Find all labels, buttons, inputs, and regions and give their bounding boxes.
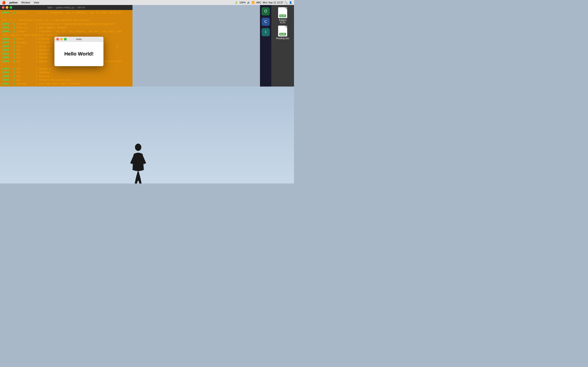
close-button[interactable]	[2, 6, 5, 9]
terminal-line: [INFO ] [GL ] Texture	[1, 75, 131, 78]
file-type-label-reading: XLSX	[279, 33, 286, 36]
datetime: Mon Sep 21 13:37	[263, 1, 283, 4]
terminal-titlebar: lab0 — python hello2.py — 80×24	[0, 5, 132, 10]
sidebar-icon-3[interactable]: I	[261, 28, 270, 36]
desktop-icons-area: XLSX SubjectXLSX XLSX Reading.xlsx	[271, 5, 294, 87]
file-name-subject: SubjectXLSX	[279, 19, 286, 24]
hello-window-controls	[56, 38, 67, 41]
minimize-button[interactable]	[6, 6, 9, 9]
file-type-label: XLSX	[279, 15, 286, 17]
user-avatar[interactable]: 👤	[289, 1, 292, 4]
svg-point-0	[135, 144, 141, 151]
terminal-line: [INFO ] [GL ] Shading	[1, 71, 131, 75]
sidebar-icon-2[interactable]: C	[261, 18, 270, 26]
hello-close-button[interactable]	[56, 38, 59, 41]
maximize-button[interactable]	[9, 6, 12, 9]
hello-content: Hello World!	[54, 42, 104, 66]
terminal-line: [INFO ] [Factory ] 184 symbols loaded	[1, 26, 131, 30]
terminal-line: [INFO ] [Python ] Interpreter at "/Appli…	[1, 22, 131, 26]
keyboard-layout[interactable]: ABC	[256, 1, 261, 4]
search-icon[interactable]: 🔍	[285, 1, 288, 4]
terminal-line: [INFO ] [GL ] OpenGL p	[1, 67, 131, 71]
terminal-line: [INFO ] [Image ] Providers: img_tex, img…	[1, 30, 131, 33]
desktop-background	[0, 87, 294, 184]
terminal-line: )	[1, 15, 131, 19]
file-icon-subject: XLSX	[278, 7, 287, 18]
volume-icon[interactable]: 🔊	[247, 1, 250, 4]
battery-icon: 🔋	[235, 1, 238, 4]
hello-window: Hello Hello World!	[54, 37, 104, 66]
hello-window-title: Hello	[76, 38, 82, 41]
app-name[interactable]: python	[8, 1, 19, 4]
hello-titlebar: Hello	[54, 37, 104, 42]
terminal-line: [INFO ] [Python ] v3.6.5 |Anaconda, Inc.…	[1, 11, 131, 15]
menubar: 🍎 python Window View 🔋 100% 🔊 📶 ABC Mon …	[0, 0, 294, 5]
view-menu[interactable]: View	[33, 1, 41, 4]
desktop-icon-subject[interactable]: XLSX SubjectXLSX	[278, 7, 287, 24]
terminal-line: [INFO ] [GL ] Texture max units <16>	[1, 78, 131, 82]
battery-percent: 100%	[239, 1, 246, 4]
file-icon-reading: XLSX	[278, 25, 287, 36]
hello-minimize-button[interactable]	[60, 38, 63, 41]
terminal-window-controls	[2, 6, 12, 9]
desktop-icon-reading[interactable]: XLSX Reading.xlsx	[276, 25, 289, 40]
hello-world-text: Hello World!	[64, 51, 94, 57]
sidebar-dock: O C I	[260, 5, 271, 87]
apple-menu[interactable]: 🍎	[2, 1, 6, 4]
file-name-reading: Reading.xlsx	[276, 37, 289, 40]
sidebar-icon-1[interactable]: O	[261, 7, 270, 15]
terminal-title: lab0 — python hello2.py — 80×24	[47, 6, 85, 9]
terminal-line: [INFO ] [Window ] auto add sdl2 input pr…	[1, 82, 131, 86]
silhouette-figure	[129, 143, 147, 184]
menubar-right: 🔋 100% 🔊 📶 ABC Mon Sep 21 13:37 🔍 👤	[235, 1, 292, 4]
terminal-line: [GCC 4.2.1 Compatible Clang 4.0.1 (tags/…	[1, 18, 131, 22]
wifi-icon[interactable]: 📶	[251, 1, 255, 4]
window-menu[interactable]: Window	[20, 1, 32, 4]
hello-maximize-button[interactable]	[64, 38, 67, 41]
